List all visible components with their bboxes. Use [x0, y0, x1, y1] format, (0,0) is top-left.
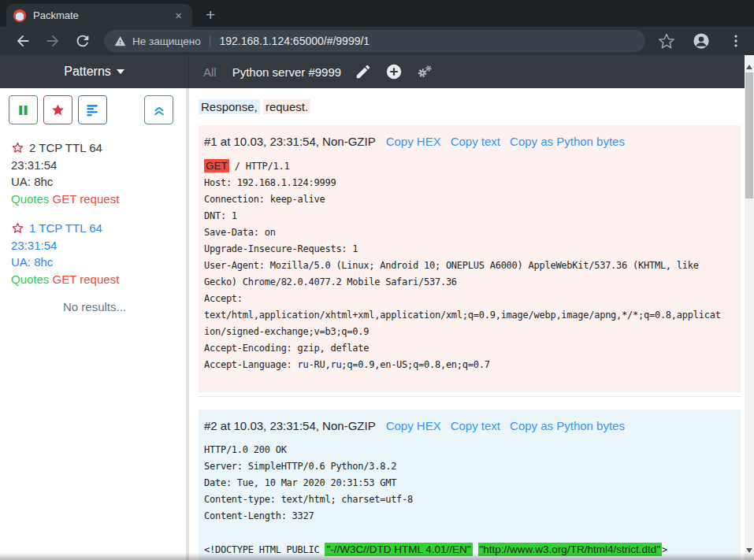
stream-title: 1 TCP TTL 64 — [29, 220, 102, 237]
highlight-mark: "http://www.w3.org/TR/html4/strict.dtd" — [478, 543, 662, 556]
packmate-favicon-icon — [13, 9, 26, 22]
scroll-up-icon[interactable] — [746, 61, 752, 69]
forward-button[interactable] — [44, 32, 61, 50]
sidebar-toolbar — [0, 88, 189, 131]
tag-quotes: Quotes — [11, 191, 49, 208]
tab-all-streams[interactable]: All — [203, 65, 217, 79]
packet-header-text: #1 at 10.03, 23:31:54, Non-GZIP — [204, 135, 376, 148]
patterns-label: Patterns — [64, 65, 111, 79]
highlight-mark: "-//W3C//DTD HTML 4.01//EN" — [325, 543, 472, 556]
copy-python-bytes-link[interactable]: Copy as Python bytes — [510, 419, 625, 432]
packet-body: HTTP/1.0 200 OK Server: SimpleHTTP/0.6 P… — [204, 442, 735, 560]
new-tab-button[interactable]: + — [206, 7, 215, 23]
stream-time: 23:31:54 — [11, 157, 178, 174]
profile-avatar-icon[interactable] — [693, 32, 710, 50]
stream-title-row: 1 TCP TTL 64 — [11, 220, 178, 237]
patterns-dropdown[interactable]: Patterns — [0, 55, 189, 88]
tab-title: Packmate — [33, 9, 172, 21]
scroll-thumb[interactable] — [745, 72, 753, 198]
pause-icon — [17, 104, 29, 117]
favorites-filter-button[interactable] — [43, 95, 72, 124]
stream-item[interactable]: 1 TCP TTL 6423:31:54UA: 8hcQuotes GET re… — [11, 220, 178, 287]
tab-close-icon[interactable]: × — [172, 9, 185, 22]
tag-quotes: Quotes — [11, 271, 49, 288]
reload-button[interactable] — [74, 32, 91, 50]
packet-card: #2 at 10.03, 23:31:54, Non-GZIPCopy HEXC… — [199, 410, 741, 560]
stream-list: 2 TCP TTL 6423:31:54UA: 8hcQuotes GET re… — [0, 131, 189, 287]
packet-body: GET / HTTP/1.1 Host: 192.168.1.124:9999 … — [204, 158, 735, 373]
caret-down-icon — [117, 69, 124, 78]
browser-chrome: Packmate × + Не защищено | 192.168.1.124… — [0, 0, 754, 55]
copy-python-bytes-link[interactable]: Copy as Python bytes — [510, 135, 625, 148]
tab-current-stream[interactable]: Python server #9999 — [232, 65, 341, 79]
packet-header: #1 at 10.03, 23:31:54, Non-GZIPCopy HEXC… — [204, 133, 735, 150]
star-icon — [50, 102, 65, 117]
back-button[interactable] — [14, 32, 32, 50]
copy-hex-link[interactable]: Copy HEX — [386, 419, 441, 432]
copy-text-link[interactable]: Copy text — [451, 135, 500, 148]
packets-divider — [199, 396, 741, 397]
chevron-double-up-icon — [152, 103, 166, 117]
copy-hex-link[interactable]: Copy HEX — [386, 135, 441, 148]
add-pattern-plus-icon[interactable] — [385, 63, 403, 80]
stream-tags: Quotes GET request — [11, 191, 178, 208]
page-scrollbar[interactable] — [745, 55, 754, 560]
app-header: Patterns All Python server #9999 — [0, 55, 754, 88]
pause-capture-button[interactable] — [9, 95, 38, 124]
collapse-sidebar-button[interactable] — [144, 95, 173, 124]
stream-star-icon[interactable] — [11, 221, 24, 235]
stream-tags: Quotes GET request — [11, 271, 178, 288]
edit-pencil-icon[interactable] — [355, 63, 372, 80]
stream-title-row: 2 TCP TTL 64 — [11, 139, 178, 157]
stream-item[interactable]: 2 TCP TTL 6423:31:54UA: 8hcQuotes GET re… — [11, 139, 178, 207]
security-label: Не защищено — [132, 35, 201, 47]
packet-header-text: #2 at 10.03, 23:31:54, Non-GZIP — [204, 419, 376, 432]
scroll-down-icon[interactable] — [746, 548, 752, 556]
list-lines-icon — [85, 102, 100, 117]
tab-strip: Packmate × + — [0, 0, 754, 27]
menu-dots-icon[interactable] — [727, 32, 745, 50]
stream-nav: All Python server #9999 — [189, 55, 754, 88]
packet-card: #1 at 10.03, 23:31:54, Non-GZIPCopy HEXC… — [199, 125, 741, 392]
stream-ua: UA: 8hc — [11, 254, 178, 271]
stream-title: 2 TCP TTL 64 — [29, 139, 102, 157]
tag-get-request: GET request — [53, 191, 120, 208]
url-divider: | — [209, 35, 212, 47]
stream-time: 23:31:54 — [11, 237, 178, 254]
url-text: 192.168.1.124:65000/#/9999/1 — [219, 35, 370, 47]
stream-star-icon[interactable] — [11, 141, 24, 154]
copy-text-link[interactable]: Copy text — [451, 419, 500, 432]
url-bar[interactable]: Не защищено | 192.168.1.124:65000/#/9999… — [104, 30, 645, 52]
settings-gears-icon[interactable] — [416, 63, 433, 80]
highlight-mark: GET — [204, 159, 229, 172]
tag-get-request: GET request — [53, 271, 120, 288]
packet-header: #2 at 10.03, 23:31:54, Non-GZIPCopy HEXC… — [204, 417, 735, 435]
stream-ua: UA: 8hc — [11, 173, 178, 191]
streams-sidebar: 2 TCP TTL 6423:31:54UA: 8hcQuotes GET re… — [0, 88, 189, 560]
no-results-label: No results... — [0, 300, 189, 313]
list-view-button[interactable] — [78, 95, 107, 124]
bookmark-star-icon[interactable] — [658, 32, 675, 50]
stream-detail: Response, request. #1 at 10.03, 23:31:54… — [189, 88, 754, 560]
browser-tab[interactable]: Packmate × — [6, 4, 192, 27]
summary-line: Response, request. — [199, 98, 741, 115]
summary-mark: Response, — [199, 99, 260, 114]
not-secure-warning-icon — [114, 35, 126, 47]
summary-mark: request. — [263, 99, 310, 114]
browser-toolbar: Не защищено | 192.168.1.124:65000/#/9999… — [0, 27, 754, 55]
